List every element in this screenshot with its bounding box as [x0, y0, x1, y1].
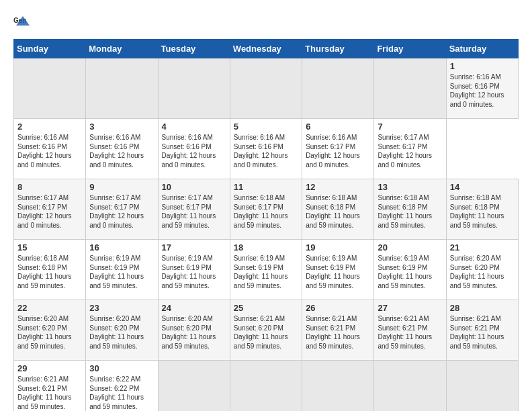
calendar-day-cell: 30 Sunrise: 6:22 AMSunset: 6:22 PMDaylig… — [86, 361, 158, 412]
header-sunday: Sunday — [14, 40, 86, 58]
calendar-day-cell: 23 Sunrise: 6:20 AMSunset: 6:20 PMDaylig… — [86, 300, 158, 361]
day-number: 13 — [378, 182, 442, 192]
calendar-day-cell: 28 Sunrise: 6:21 AMSunset: 6:21 PMDaylig… — [446, 300, 518, 361]
calendar-day-cell: 19 Sunrise: 6:19 AMSunset: 6:19 PMDaylig… — [302, 240, 374, 300]
day-info: Sunrise: 6:21 AMSunset: 6:20 PMDaylight:… — [234, 315, 288, 350]
day-info: Sunrise: 6:21 AMSunset: 6:21 PMDaylight:… — [306, 315, 360, 350]
day-number: 10 — [162, 182, 226, 192]
header-monday: Monday — [86, 40, 158, 58]
calendar-day-cell: 29 Sunrise: 6:21 AMSunset: 6:21 PMDaylig… — [14, 361, 86, 412]
calendar-day-cell: 18 Sunrise: 6:19 AMSunset: 6:19 PMDaylig… — [230, 240, 302, 300]
day-number: 5 — [234, 122, 298, 132]
day-number: 19 — [306, 242, 370, 253]
day-number: 9 — [89, 182, 154, 192]
empty-cell — [446, 361, 518, 412]
calendar-header-row: SundayMondayTuesdayWednesdayThursdayFrid… — [14, 40, 519, 58]
calendar-day-cell: 27 Sunrise: 6:21 AMSunset: 6:21 PMDaylig… — [374, 300, 446, 361]
day-info: Sunrise: 6:17 AMSunset: 6:17 PMDaylight:… — [378, 134, 432, 169]
calendar-day-cell: 8 Sunrise: 6:17 AMSunset: 6:17 PMDayligh… — [14, 179, 86, 240]
day-info: Sunrise: 6:21 AMSunset: 6:21 PMDaylight:… — [17, 375, 72, 410]
calendar-day-cell: 3 Sunrise: 6:16 AMSunset: 6:16 PMDayligh… — [86, 119, 158, 179]
page-header: Gen — [13, 13, 519, 32]
day-number: 25 — [234, 303, 298, 313]
day-info: Sunrise: 6:21 AMSunset: 6:21 PMDaylight:… — [378, 315, 432, 350]
logo-icon: Gen — [13, 13, 32, 32]
empty-cell — [158, 361, 230, 412]
day-number: 12 — [306, 182, 370, 192]
empty-cell — [86, 58, 158, 119]
day-info: Sunrise: 6:16 AMSunset: 6:16 PMDaylight:… — [450, 73, 504, 108]
empty-cell — [14, 58, 86, 119]
day-number: 28 — [450, 303, 515, 313]
empty-cell — [374, 361, 446, 412]
day-number: 17 — [162, 242, 226, 253]
day-number: 14 — [450, 182, 515, 192]
header-saturday: Saturday — [446, 40, 518, 58]
day-number: 24 — [162, 303, 226, 313]
day-number: 21 — [450, 242, 515, 253]
day-info: Sunrise: 6:16 AMSunset: 6:16 PMDaylight:… — [17, 134, 72, 169]
empty-cell — [230, 58, 302, 119]
day-number: 11 — [234, 182, 298, 192]
header-wednesday: Wednesday — [230, 40, 302, 58]
calendar-day-cell: 10 Sunrise: 6:17 AMSunset: 6:17 PMDaylig… — [158, 179, 230, 240]
day-number: 7 — [378, 122, 442, 132]
empty-cell — [158, 58, 230, 119]
day-info: Sunrise: 6:17 AMSunset: 6:17 PMDaylight:… — [162, 194, 216, 229]
day-number: 15 — [17, 242, 82, 253]
calendar-week-row: 1 Sunrise: 6:16 AMSunset: 6:16 PMDayligh… — [14, 58, 519, 119]
day-number: 22 — [17, 303, 82, 313]
day-number: 1 — [450, 61, 515, 71]
day-number: 4 — [162, 122, 226, 132]
day-info: Sunrise: 6:19 AMSunset: 6:19 PMDaylight:… — [378, 255, 432, 289]
day-number: 3 — [89, 122, 154, 132]
day-info: Sunrise: 6:16 AMSunset: 6:17 PMDaylight:… — [306, 134, 360, 169]
day-number: 16 — [89, 242, 154, 253]
day-info: Sunrise: 6:20 AMSunset: 6:20 PMDaylight:… — [89, 315, 144, 350]
calendar-day-cell: 26 Sunrise: 6:21 AMSunset: 6:21 PMDaylig… — [302, 300, 374, 361]
calendar-day-cell: 9 Sunrise: 6:17 AMSunset: 6:17 PMDayligh… — [86, 179, 158, 240]
header-tuesday: Tuesday — [158, 40, 230, 58]
calendar-day-cell: 24 Sunrise: 6:20 AMSunset: 6:20 PMDaylig… — [158, 300, 230, 361]
header-friday: Friday — [374, 40, 446, 58]
day-info: Sunrise: 6:16 AMSunset: 6:16 PMDaylight:… — [89, 134, 144, 169]
day-number: 29 — [17, 363, 82, 373]
empty-cell — [230, 361, 302, 412]
day-info: Sunrise: 6:19 AMSunset: 6:19 PMDaylight:… — [89, 255, 144, 289]
day-info: Sunrise: 6:19 AMSunset: 6:19 PMDaylight:… — [234, 255, 288, 289]
calendar-day-cell: 21 Sunrise: 6:20 AMSunset: 6:20 PMDaylig… — [446, 240, 518, 300]
calendar-day-cell: 6 Sunrise: 6:16 AMSunset: 6:17 PMDayligh… — [302, 119, 374, 179]
day-info: Sunrise: 6:20 AMSunset: 6:20 PMDaylight:… — [162, 315, 216, 350]
day-info: Sunrise: 6:18 AMSunset: 6:18 PMDaylight:… — [378, 194, 432, 229]
calendar-day-cell: 14 Sunrise: 6:18 AMSunset: 6:18 PMDaylig… — [446, 179, 518, 240]
calendar-week-row: 2 Sunrise: 6:16 AMSunset: 6:16 PMDayligh… — [14, 119, 519, 179]
day-number: 8 — [17, 182, 82, 192]
day-info: Sunrise: 6:18 AMSunset: 6:18 PMDaylight:… — [17, 255, 72, 289]
day-number: 27 — [378, 303, 442, 313]
day-info: Sunrise: 6:21 AMSunset: 6:21 PMDaylight:… — [450, 315, 504, 350]
day-info: Sunrise: 6:19 AMSunset: 6:19 PMDaylight:… — [162, 255, 216, 289]
day-info: Sunrise: 6:22 AMSunset: 6:22 PMDaylight:… — [89, 375, 144, 410]
day-info: Sunrise: 6:16 AMSunset: 6:16 PMDaylight:… — [234, 134, 288, 169]
day-info: Sunrise: 6:19 AMSunset: 6:19 PMDaylight:… — [306, 255, 360, 289]
calendar-day-cell: 17 Sunrise: 6:19 AMSunset: 6:19 PMDaylig… — [158, 240, 230, 300]
calendar-day-cell: 2 Sunrise: 6:16 AMSunset: 6:16 PMDayligh… — [14, 119, 86, 179]
calendar-day-cell: 7 Sunrise: 6:17 AMSunset: 6:17 PMDayligh… — [374, 119, 446, 179]
calendar-day-cell: 11 Sunrise: 6:18 AMSunset: 6:17 PMDaylig… — [230, 179, 302, 240]
day-info: Sunrise: 6:17 AMSunset: 6:17 PMDaylight:… — [89, 194, 144, 229]
calendar-table: SundayMondayTuesdayWednesdayThursdayFrid… — [13, 39, 519, 411]
day-info: Sunrise: 6:17 AMSunset: 6:17 PMDaylight:… — [17, 194, 72, 229]
empty-cell — [302, 361, 374, 412]
empty-cell — [374, 58, 446, 119]
day-number: 2 — [17, 122, 82, 132]
calendar-week-row: 8 Sunrise: 6:17 AMSunset: 6:17 PMDayligh… — [14, 179, 519, 240]
calendar-day-cell: 15 Sunrise: 6:18 AMSunset: 6:18 PMDaylig… — [14, 240, 86, 300]
logo: Gen — [13, 13, 35, 32]
calendar-day-cell: 4 Sunrise: 6:16 AMSunset: 6:16 PMDayligh… — [158, 119, 230, 179]
day-number: 6 — [306, 122, 370, 132]
calendar-day-cell: 16 Sunrise: 6:19 AMSunset: 6:19 PMDaylig… — [86, 240, 158, 300]
header-thursday: Thursday — [302, 40, 374, 58]
calendar-week-row: 22 Sunrise: 6:20 AMSunset: 6:20 PMDaylig… — [14, 300, 519, 361]
calendar-day-cell: 12 Sunrise: 6:18 AMSunset: 6:18 PMDaylig… — [302, 179, 374, 240]
calendar-day-cell: 22 Sunrise: 6:20 AMSunset: 6:20 PMDaylig… — [14, 300, 86, 361]
